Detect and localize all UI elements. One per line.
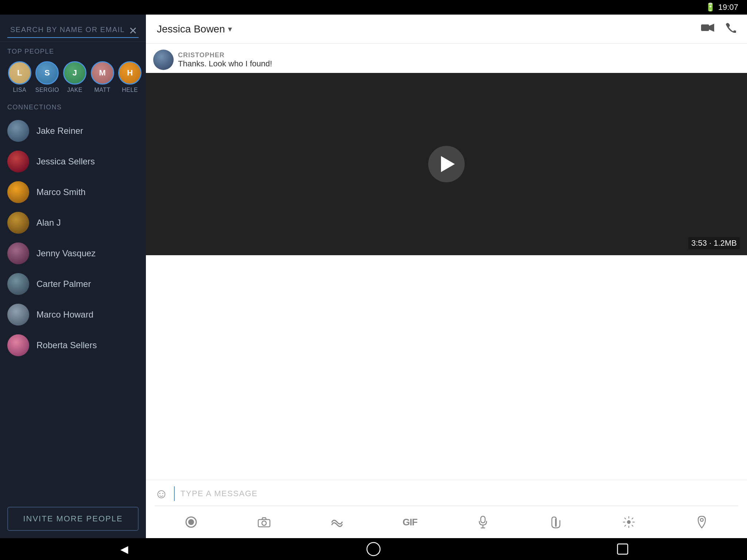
svg-line-28 bbox=[632, 525, 633, 526]
top-person-name: MATT bbox=[94, 87, 110, 93]
svg-point-22 bbox=[627, 520, 631, 524]
chat-input-area: ☺ bbox=[146, 480, 747, 538]
video-call-icon[interactable] bbox=[701, 23, 714, 35]
connection-avatar bbox=[7, 120, 29, 142]
status-time: 19:07 bbox=[718, 3, 738, 12]
connection-avatar bbox=[7, 151, 29, 172]
top-person-item[interactable]: J JAKE bbox=[62, 61, 87, 93]
top-person-item[interactable]: H HELE bbox=[117, 61, 142, 93]
top-people-label: TOP PEOPLE bbox=[7, 48, 142, 55]
attachment-icon[interactable] bbox=[546, 512, 566, 532]
record-icon[interactable] bbox=[181, 512, 201, 532]
connection-avatar bbox=[7, 334, 29, 356]
svg-marker-1 bbox=[709, 24, 714, 32]
message-header: CRISTOPHER Thanks. Look who I found! bbox=[146, 44, 747, 73]
connection-avatar bbox=[7, 181, 29, 203]
search-input[interactable] bbox=[7, 22, 139, 38]
svg-line-27 bbox=[624, 518, 626, 519]
battery-icon: 🔋 bbox=[705, 3, 715, 12]
connection-name: Marco Howard bbox=[36, 310, 93, 320]
top-person-item[interactable]: L LISA bbox=[7, 61, 32, 93]
input-divider bbox=[174, 486, 175, 501]
recent-apps-button[interactable] bbox=[608, 538, 637, 560]
svg-rect-0 bbox=[701, 24, 709, 31]
input-row: ☺ bbox=[155, 486, 738, 506]
connection-name: Jessica Sellers bbox=[36, 156, 95, 167]
svg-rect-19 bbox=[481, 516, 485, 523]
top-person-name: HELE bbox=[122, 87, 138, 93]
effects-icon[interactable] bbox=[619, 512, 639, 532]
sticker-icon[interactable] bbox=[327, 512, 347, 532]
play-button[interactable] bbox=[428, 146, 465, 182]
top-person-avatar: S bbox=[35, 61, 59, 85]
microphone-icon[interactable] bbox=[473, 512, 493, 532]
svg-line-29 bbox=[632, 518, 633, 519]
phone-call-icon[interactable] bbox=[725, 22, 736, 36]
connections-list: Jake Reiner Jessica Sellers Marco Smith … bbox=[0, 116, 146, 361]
connection-avatar bbox=[7, 304, 29, 326]
sender-avatar bbox=[153, 50, 174, 70]
close-icon[interactable]: ✕ bbox=[129, 25, 137, 37]
svg-point-32 bbox=[367, 542, 380, 556]
connection-item[interactable]: Roberta Sellers bbox=[0, 330, 146, 361]
toolbar-row: GIF bbox=[155, 510, 738, 534]
chevron-down-icon[interactable]: ▾ bbox=[228, 24, 232, 34]
svg-point-31 bbox=[700, 518, 703, 521]
top-person-name: SERGIO bbox=[35, 87, 59, 93]
connection-item[interactable]: Alan J bbox=[0, 207, 146, 238]
emoji-icon[interactable]: ☺ bbox=[155, 486, 168, 501]
svg-point-18 bbox=[262, 521, 266, 525]
top-person-name: JAKE bbox=[67, 87, 82, 93]
video-meta: 3:53 · 1.2MB bbox=[688, 237, 740, 249]
connection-item[interactable]: Carter Palmer bbox=[0, 269, 146, 299]
chat-actions bbox=[701, 22, 736, 36]
search-bar: ✕ bbox=[0, 15, 146, 42]
connection-item[interactable]: Jessica Sellers bbox=[0, 146, 146, 177]
top-person-avatar: L bbox=[8, 61, 31, 85]
top-people-list: L LISA S SERGIO J JAKE M MATT H HELE bbox=[7, 61, 142, 93]
home-button[interactable] bbox=[359, 538, 388, 560]
sender-name: CRISTOPHER bbox=[178, 51, 272, 59]
chat-header: Jessica Bowen ▾ bbox=[146, 15, 747, 44]
location-icon[interactable] bbox=[692, 512, 712, 532]
top-person-name: LISA bbox=[13, 87, 26, 93]
connection-name: Jenny Vasquez bbox=[36, 248, 96, 258]
connection-item[interactable]: Marco Howard bbox=[0, 299, 146, 330]
status-bar: 🔋 19:07 bbox=[0, 0, 747, 15]
top-person-avatar: H bbox=[118, 61, 142, 85]
chat-title-area: Jessica Bowen ▾ bbox=[157, 23, 232, 35]
sender-info: CRISTOPHER Thanks. Look who I found! bbox=[178, 51, 272, 69]
connection-name: Alan J bbox=[36, 218, 61, 228]
top-person-item[interactable]: S SERGIO bbox=[35, 61, 60, 93]
chat-title: Jessica Bowen bbox=[157, 23, 225, 35]
top-people-section: TOP PEOPLE L LISA S SERGIO J JAKE M MATT… bbox=[0, 42, 146, 97]
back-button[interactable]: ◀ bbox=[110, 538, 139, 560]
connection-name: Roberta Sellers bbox=[36, 340, 97, 350]
left-panel: ✕ TOP PEOPLE L LISA S SERGIO J JAKE M MA… bbox=[0, 15, 146, 538]
connection-avatar bbox=[7, 273, 29, 295]
connection-name: Carter Palmer bbox=[36, 279, 91, 289]
connections-label: CONNECTIONS bbox=[0, 101, 146, 116]
connection-avatar bbox=[7, 212, 29, 234]
connection-item[interactable]: Jenny Vasquez bbox=[0, 238, 146, 269]
bottom-nav: ◀ bbox=[0, 538, 747, 560]
connection-name: Marco Smith bbox=[36, 187, 86, 197]
video-container[interactable]: 3:53 · 1.2MB bbox=[146, 73, 747, 255]
top-person-avatar: J bbox=[63, 61, 86, 85]
connection-item[interactable]: Jake Reiner bbox=[0, 116, 146, 146]
connection-item[interactable]: Marco Smith bbox=[0, 177, 146, 207]
connection-avatar bbox=[7, 242, 29, 264]
right-panel: Jessica Bowen ▾ bbox=[146, 15, 747, 538]
chat-body: CRISTOPHER Thanks. Look who I found! bbox=[146, 44, 747, 480]
message-input[interactable] bbox=[181, 489, 738, 498]
invite-more-people-button[interactable]: INVITE MORE PEOPLE bbox=[7, 507, 139, 531]
top-person-item[interactable]: M MATT bbox=[90, 61, 115, 93]
message-text: Thanks. Look who I found! bbox=[178, 59, 272, 69]
connection-name: Jake Reiner bbox=[36, 126, 83, 136]
svg-point-16 bbox=[188, 519, 194, 525]
svg-rect-33 bbox=[618, 544, 628, 554]
gif-icon[interactable]: GIF bbox=[400, 512, 420, 532]
connections-section: CONNECTIONS Jake Reiner Jessica Sellers … bbox=[0, 97, 146, 503]
main-layout: ✕ TOP PEOPLE L LISA S SERGIO J JAKE M MA… bbox=[0, 15, 747, 538]
camera-icon[interactable] bbox=[254, 512, 274, 532]
